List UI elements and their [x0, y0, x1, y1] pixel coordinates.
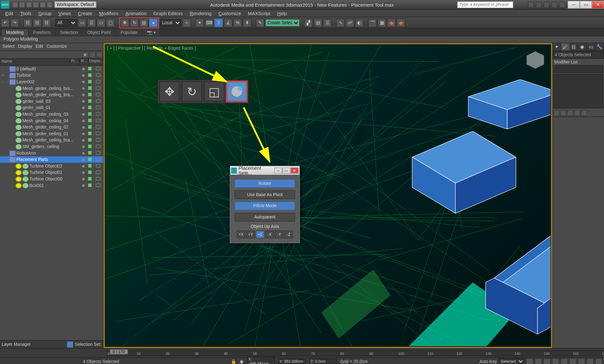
new-icon[interactable] — [12, 2, 18, 8]
layer-toggle-icon[interactable] — [67, 341, 73, 347]
region-rect-icon[interactable]: ▭ — [97, 18, 105, 27]
axis-button-pX[interactable]: +X — [237, 230, 245, 238]
nav-icon[interactable] — [596, 358, 602, 364]
utilities-tab-icon[interactable]: 🔧 — [596, 43, 604, 50]
link-icon[interactable] — [47, 2, 53, 8]
play-icon[interactable] — [544, 358, 551, 364]
object-name-field[interactable]: 4 Objects Selected — [553, 51, 604, 59]
render-frame-icon[interactable]: ▦ — [378, 18, 386, 27]
tree-row[interactable]: girder_wall_03 — [0, 98, 103, 105]
layers-icon[interactable]: ☰ — [323, 18, 332, 27]
ribbon-tab-modeling[interactable]: Modeling — [2, 29, 28, 36]
viewcube[interactable] — [524, 49, 546, 71]
signin-icon[interactable] — [544, 2, 550, 8]
goto-start-icon[interactable] — [526, 358, 533, 364]
render-setup-icon[interactable]: 🎬 — [368, 18, 377, 27]
next-frame-icon[interactable] — [552, 358, 559, 364]
percent-snap-icon[interactable]: % — [233, 18, 242, 27]
axis-button-nX[interactable]: -X — [265, 230, 274, 238]
col-frozen[interactable]: Fr... — [70, 59, 79, 65]
close-icon[interactable]: ✕ — [82, 52, 88, 58]
z-coord[interactable]: Z: 0.0cm — [309, 359, 337, 364]
placement-button[interactable] — [227, 82, 247, 102]
ribbon-tab-selection[interactable]: Selection — [56, 29, 82, 36]
tree-row[interactable]: girder_wall_01 — [0, 104, 103, 111]
help-icon[interactable] — [559, 2, 565, 8]
pillow-mode-button[interactable]: Pillow Mode — [235, 201, 295, 210]
placement-icon[interactable]: ● — [149, 18, 158, 27]
axis-button-nY[interactable]: -Y — [275, 230, 283, 238]
tree-row[interactable]: +Turbine — [0, 72, 103, 79]
axis-button-nZ[interactable]: -Z — [284, 230, 293, 238]
nav-icon[interactable] — [578, 358, 585, 364]
lp-tab-edit[interactable]: Edit — [36, 44, 43, 50]
menu-grapheditors[interactable]: Graph Editors — [150, 10, 186, 16]
keyboard-shortcut-icon[interactable]: ⌨ — [205, 18, 213, 27]
mirror-icon[interactable]: ▞ — [304, 18, 313, 27]
angle-snap-icon[interactable]: ∡ — [224, 18, 232, 27]
autokey-button[interactable]: Auto Key — [479, 359, 497, 364]
tree-row[interactable]: -0 (default) — [0, 66, 103, 72]
menu-maxscript[interactable]: MAXScript — [244, 10, 274, 16]
spinner-snap-icon[interactable]: ⬍ — [243, 18, 251, 27]
rotate-icon[interactable]: ↻ — [130, 18, 138, 27]
y-coord[interactable]: Y: 363.308cm — [278, 359, 306, 364]
hierarchy-tab-icon[interactable]: ⛓ — [570, 43, 578, 50]
col-render[interactable]: R... — [79, 59, 88, 65]
menu-group[interactable]: Group — [35, 10, 55, 16]
menu-views[interactable]: Views — [55, 10, 75, 16]
rotate-button[interactable]: Rotate — [235, 179, 295, 188]
ref-coord-dropdown[interactable]: Local — [160, 19, 182, 27]
lp-tab-display[interactable]: Display — [18, 44, 32, 50]
modifier-stack[interactable] — [553, 74, 603, 108]
goto-end-icon[interactable] — [561, 358, 568, 364]
tree-row[interactable]: Mesh_girder_ceiling_03 — [0, 111, 103, 118]
nav-icon[interactable] — [587, 358, 594, 364]
minimize-button[interactable]: ─ — [568, 1, 580, 8]
box-object[interactable] — [460, 80, 550, 132]
exchange-icon[interactable] — [551, 2, 557, 8]
app-logo[interactable]: MAX — [1, 1, 9, 8]
tree-row[interactable]: Mesh_girder_ceiling_bra... — [0, 137, 103, 143]
search-input[interactable] — [457, 1, 513, 8]
frame-object[interactable] — [460, 218, 550, 346]
filter-icon[interactable] — [96, 52, 102, 58]
undo-icon[interactable] — [33, 2, 39, 8]
menu-help[interactable]: Help — [274, 10, 290, 16]
modifier-list-dropdown[interactable] — [553, 65, 603, 73]
ribbon-tab-populate[interactable]: Populate — [116, 29, 142, 36]
workspace-dropdown[interactable]: Workspace: Default — [54, 1, 96, 8]
maximize-button[interactable]: ▭ — [580, 1, 592, 8]
schematic-icon[interactable]: ☍ — [346, 18, 354, 27]
create-tab-icon[interactable]: ✦ — [553, 43, 561, 50]
menu-tools[interactable]: Tools — [17, 10, 35, 16]
tree-row[interactable]: RobotArm — [0, 150, 103, 157]
dialog-close-button[interactable]: ✕ — [291, 168, 299, 174]
redo-icon[interactable]: ↷ — [10, 18, 19, 27]
dialog-maximize-button[interactable]: ▭ — [282, 168, 290, 174]
ribbon-camera-icon[interactable]: 📷 ▾ — [143, 29, 160, 36]
lp-tab-customize[interactable]: Customize — [47, 44, 67, 50]
close-button[interactable]: ✕ — [592, 1, 604, 8]
window-crossing-icon[interactable]: ▢ — [106, 18, 115, 27]
motion-tab-icon[interactable]: ◉ — [578, 43, 587, 50]
manipulate-icon[interactable]: ✦ — [195, 18, 204, 27]
redo-icon[interactable] — [40, 2, 46, 8]
bind-icon[interactable]: ⛓ — [42, 18, 51, 27]
scale-icon[interactable]: ▤ — [140, 18, 148, 27]
unlink-icon[interactable]: ⛓ — [33, 18, 41, 27]
tree-row[interactable]: Box001 — [0, 182, 103, 189]
material-editor-icon[interactable]: ◐ — [355, 18, 364, 27]
favorites-icon[interactable] — [536, 2, 542, 8]
tree-row[interactable]: Turbine Object02 — [0, 163, 103, 169]
use-base-pivot-button[interactable]: Use Base As Pivot — [235, 190, 295, 199]
tree-row[interactable]: SM_girders_ceiling — [0, 143, 103, 150]
rotate-button[interactable]: ↻ — [182, 82, 202, 102]
isolate-icon[interactable]: ◉ — [240, 359, 243, 364]
ribbon-tab-objectpaint[interactable]: Object Paint — [83, 29, 115, 36]
tree-row[interactable]: -Placement Parts — [0, 156, 103, 163]
menu-rendering[interactable]: Rendering — [186, 10, 215, 16]
tree-row[interactable]: Mesh_girder_ceiling_bra... — [0, 91, 103, 98]
move-icon[interactable]: ✥ — [120, 18, 129, 27]
menu-modifiers[interactable]: Modifiers — [96, 10, 122, 16]
